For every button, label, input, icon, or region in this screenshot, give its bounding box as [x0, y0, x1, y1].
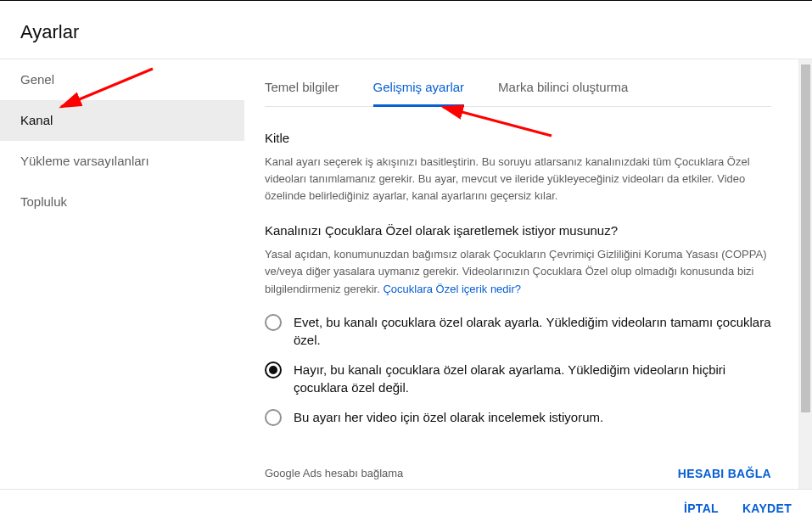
- audience-legal: Yasal açıdan, konumunuzdan bağımsız olar…: [265, 246, 771, 297]
- radio-icon: [265, 314, 282, 331]
- radio-review-per-video[interactable]: Bu ayarı her video için özel olarak ince…: [265, 408, 771, 426]
- radio-icon: [265, 409, 282, 426]
- content-pane: Temel bilgiler Gelişmiş ayarlar Marka bi…: [244, 59, 798, 489]
- sidebar-item-general[interactable]: Genel: [0, 59, 244, 100]
- audience-description: Kanal ayarı seçerek iş akışınızı basitle…: [265, 154, 771, 205]
- content-wrap: Temel bilgiler Gelişmiş ayarlar Marka bi…: [244, 59, 812, 489]
- radio-label: Evet, bu kanalı çocuklara özel olarak ay…: [294, 313, 771, 349]
- audience-heading: Kitle: [265, 131, 771, 145]
- audience-radio-group: Evet, bu kanalı çocuklara özel olarak ay…: [265, 313, 771, 426]
- google-ads-title: Google Ads hesabı bağlama: [265, 467, 403, 479]
- dialog-header: Ayarlar: [0, 1, 812, 59]
- settings-dialog: Ayarlar Genel Kanal Yükleme varsayılanla…: [0, 0, 812, 527]
- google-ads-row: Google Ads hesabı bağlama HESABI BAĞLA: [265, 450, 771, 480]
- tab-basic-info[interactable]: Temel bilgiler: [265, 68, 339, 106]
- sidebar-item-community[interactable]: Topluluk: [0, 182, 244, 222]
- radio-icon: [265, 362, 282, 378]
- coppa-help-link[interactable]: Çocuklara Özel içerik nedir?: [383, 283, 521, 295]
- save-button[interactable]: KAYDET: [742, 502, 792, 515]
- sidebar-item-channel[interactable]: Kanal: [0, 100, 244, 141]
- channel-tabs: Temel bilgiler Gelişmiş ayarlar Marka bi…: [265, 59, 771, 107]
- dialog-footer: İPTAL KAYDET: [0, 489, 812, 527]
- settings-sidebar: Genel Kanal Yükleme varsayılanları Toplu…: [0, 59, 244, 489]
- scrollbar-thumb[interactable]: [801, 64, 810, 412]
- dialog-body: Genel Kanal Yükleme varsayılanları Toplu…: [0, 59, 812, 489]
- google-ads-description: Google Ads hesabının, kanalınızdaki vide…: [265, 489, 771, 490]
- radio-label: Hayır, bu kanalı çocuklara özel olarak a…: [294, 361, 771, 396]
- audience-question: Kanalınızı Çocuklara Özel olarak işaretl…: [265, 223, 771, 238]
- tab-branding[interactable]: Marka bilinci oluşturma: [498, 68, 628, 106]
- sidebar-item-upload-defaults[interactable]: Yükleme varsayılanları: [0, 141, 244, 182]
- vertical-scrollbar[interactable]: [798, 59, 812, 489]
- radio-no-not-for-kids[interactable]: Hayır, bu kanalı çocuklara özel olarak a…: [265, 361, 771, 396]
- audience-section: Kitle Kanal ayarı seçerek iş akışınızı b…: [265, 107, 771, 489]
- radio-label: Bu ayarı her video için özel olarak ince…: [294, 408, 603, 426]
- tab-advanced-settings[interactable]: Gelişmiş ayarlar: [373, 68, 465, 106]
- cancel-button[interactable]: İPTAL: [684, 502, 719, 515]
- radio-yes-for-kids[interactable]: Evet, bu kanalı çocuklara özel olarak ay…: [265, 313, 771, 349]
- dialog-title: Ayarlar: [20, 21, 792, 43]
- link-account-button[interactable]: HESABI BAĞLA: [678, 467, 771, 480]
